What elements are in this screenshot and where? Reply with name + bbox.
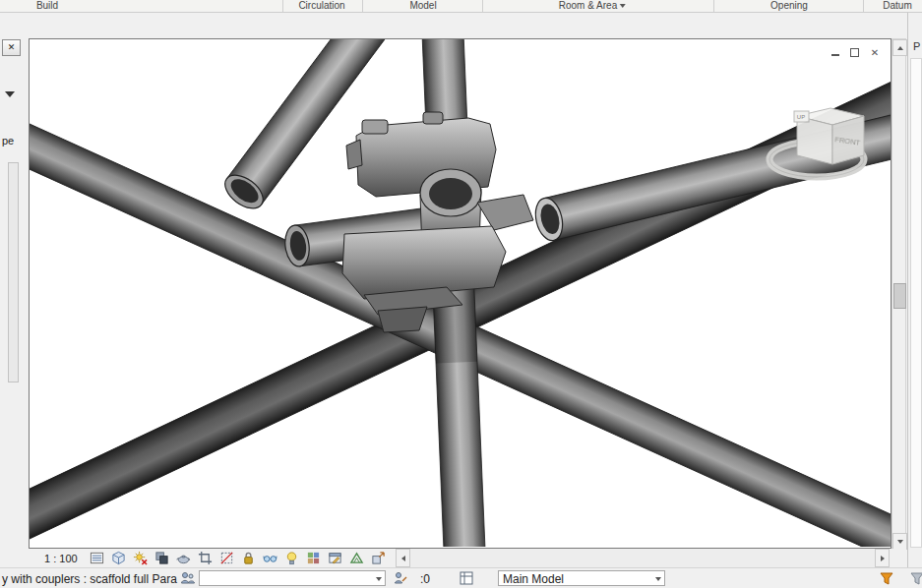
lock-3d-view-icon[interactable] <box>240 550 257 566</box>
drawing-area[interactable]: UP FRONT ✕ <box>29 38 891 549</box>
ribbon-panel-datum[interactable]: Datum <box>883 0 911 12</box>
left-panel-sliver: ✕ pe <box>0 13 29 567</box>
triangle-left-icon <box>401 556 405 561</box>
ribbon-panel-model[interactable]: Model <box>409 0 436 12</box>
panel-close-button[interactable]: ✕ <box>2 39 21 56</box>
chevron-down-icon <box>620 4 626 8</box>
ribbon-panel-room-area-label: Room & Area <box>559 0 617 11</box>
worksets-icon[interactable] <box>180 570 196 586</box>
editing-requests-icon[interactable] <box>393 570 408 586</box>
vertical-scrollbar[interactable] <box>891 38 906 549</box>
filter-icon[interactable] <box>879 570 894 586</box>
partial-filter-icon[interactable] <box>909 570 922 586</box>
hide-analytical-model-icon[interactable] <box>348 550 365 566</box>
window-close-button[interactable]: ✕ <box>868 47 882 59</box>
hscroll-left-arrow[interactable] <box>396 549 410 567</box>
view-window-controls: ✕ <box>829 47 888 61</box>
type-selector-dropdown-arrow[interactable] <box>5 91 15 97</box>
triangle-up-icon <box>897 46 903 50</box>
3d-scene: UP FRONT <box>30 39 891 547</box>
show-crop-region-icon[interactable] <box>218 550 235 566</box>
shadows-icon[interactable] <box>154 550 170 566</box>
worksharing-display-icon[interactable] <box>305 550 322 566</box>
view-control-bar: 1 : 100 <box>29 549 396 567</box>
status-bar: y with couplers : scaffold full Para :0 … <box>0 567 922 588</box>
detail-level-icon[interactable] <box>89 550 105 566</box>
viewcube-left-face[interactable] <box>797 116 832 164</box>
status-message: y with couplers : scaffold full Para <box>2 572 177 586</box>
viewcube-up-label: UP <box>797 114 805 120</box>
triangle-down-icon <box>897 540 903 544</box>
temporary-view-properties-icon[interactable] <box>327 550 343 566</box>
design-options-dropdown[interactable]: Main Model <box>498 570 665 586</box>
active-workset-dropdown[interactable] <box>199 570 386 586</box>
visual-style-icon[interactable] <box>110 550 127 566</box>
show-rendering-dialog-icon[interactable] <box>175 550 192 566</box>
ribbon-panel-room-area[interactable]: Room & Area <box>559 0 626 12</box>
hscroll-right-arrow[interactable] <box>875 549 890 567</box>
right-panel-partial-text: P <box>913 40 920 52</box>
hscroll-track[interactable] <box>410 549 875 567</box>
left-panel-partial-text: pe <box>2 135 14 147</box>
window-minimize-button[interactable] <box>829 47 842 59</box>
triangle-right-icon <box>881 556 885 561</box>
vscroll-thumb[interactable] <box>893 283 906 309</box>
crop-view-icon[interactable] <box>197 550 214 566</box>
panel-separator <box>482 0 483 12</box>
vscroll-down-arrow[interactable] <box>892 533 907 550</box>
ribbon-panel-opening[interactable]: Opening <box>770 0 808 12</box>
chevron-down-icon <box>376 577 382 581</box>
ribbon-panel-build[interactable]: Build <box>36 0 58 12</box>
ribbon-panel-labels: Build Circulation Model Room & Area Open… <box>0 0 922 13</box>
scale-button[interactable]: 1 : 100 <box>44 553 78 564</box>
right-panel-sliver: P <box>907 13 922 588</box>
left-scrollbar-track[interactable] <box>8 162 19 382</box>
close-icon: ✕ <box>8 42 16 52</box>
sun-path-icon[interactable] <box>132 550 149 566</box>
panel-separator <box>713 0 714 12</box>
highlight-displacement-sets-icon[interactable] <box>370 550 387 566</box>
vscroll-up-arrow[interactable] <box>892 39 907 56</box>
window-restore-button[interactable] <box>847 47 861 59</box>
temporary-hide-isolate-icon[interactable] <box>262 550 278 566</box>
design-options-icon[interactable] <box>459 570 474 586</box>
panel-separator <box>362 0 363 12</box>
editing-requests-count: :0 <box>420 572 430 586</box>
design-option-value: Main Model <box>503 572 564 586</box>
reveal-hidden-elements-icon[interactable] <box>283 550 300 566</box>
scrollbar-corner <box>891 549 906 567</box>
right-panel-edge <box>910 58 922 548</box>
chevron-down-icon <box>655 577 661 581</box>
ribbon-panel-circulation[interactable]: Circulation <box>298 0 344 12</box>
panel-separator <box>863 0 864 12</box>
panel-separator <box>282 0 283 12</box>
